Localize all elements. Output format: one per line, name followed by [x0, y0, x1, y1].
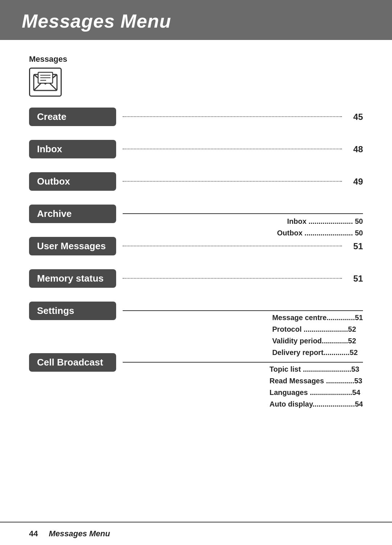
settings-validity: Validity period.............52 [272, 335, 356, 347]
menu-row-create: Create 45 [29, 108, 363, 126]
svg-line-2 [50, 83, 57, 90]
archive-inbox-item: Inbox ...................... 50 [287, 215, 363, 227]
footer-title: Messages Menu [49, 529, 110, 538]
dots-inbox [123, 149, 342, 149]
footer-page-number: 44 [29, 529, 38, 538]
dots-memory-status [123, 278, 342, 279]
menu-btn-cell-broadcast[interactable]: Cell Broadcast [29, 353, 116, 372]
content-area: Messages Create 45 Inbox 48 Outbox [0, 40, 392, 437]
page-num-create: 45 [348, 112, 363, 122]
footer: 44 Messages Menu [0, 522, 392, 545]
menu-row-user-messages: User Messages 51 [29, 237, 363, 255]
menu-btn-inbox[interactable]: Inbox [29, 140, 116, 158]
settings-message-centre: Message centre..............51 [272, 312, 363, 323]
cell-broadcast-topic-list: Topic list ........................53 [270, 363, 359, 375]
page-num-memory-status: 51 [348, 274, 363, 284]
menu-btn-memory-status[interactable]: Memory status [29, 269, 116, 288]
messages-icon [29, 68, 62, 97]
page-num-user-messages: 51 [348, 241, 363, 251]
header-bar: Messages Menu [0, 0, 392, 40]
dots-outbox [123, 181, 342, 182]
messages-section-label: Messages [29, 54, 363, 64]
menu-btn-archive[interactable]: Archive [29, 205, 116, 223]
settings-delivery: Delivery report.............52 [272, 347, 358, 358]
settings-protocol: Protocol ......................52 [272, 323, 356, 335]
menu-btn-settings[interactable]: Settings [29, 302, 116, 320]
menu-row-memory-status: Memory status 51 [29, 269, 363, 288]
page-num-outbox: 49 [348, 177, 363, 187]
page-num-inbox: 48 [348, 144, 363, 154]
cell-broadcast-auto-display: Auto display.....................54 [270, 398, 363, 410]
svg-line-1 [34, 83, 41, 90]
menu-row-archive: Archive Inbox ...................... 50 … [29, 205, 363, 223]
dots-user-messages [123, 246, 342, 246]
dots-create [123, 116, 342, 117]
menu-row-settings: Settings Message centre..............51 … [29, 302, 363, 343]
cell-broadcast-languages: Languages .....................54 [270, 387, 360, 398]
page-title: Messages Menu [22, 10, 370, 32]
menu-btn-create[interactable]: Create [29, 108, 116, 126]
menu-row-cell-broadcast: Cell Broadcast Topic list ..............… [29, 353, 363, 398]
menu-btn-outbox[interactable]: Outbox [29, 172, 116, 191]
menu-row-inbox: Inbox 48 [29, 140, 363, 158]
archive-outbox-item: Outbox ........................ 50 [277, 227, 363, 239]
menu-btn-user-messages[interactable]: User Messages [29, 237, 116, 255]
cell-broadcast-read-messages: Read Messages ..............53 [270, 375, 363, 387]
menu-row-outbox: Outbox 49 [29, 172, 363, 191]
